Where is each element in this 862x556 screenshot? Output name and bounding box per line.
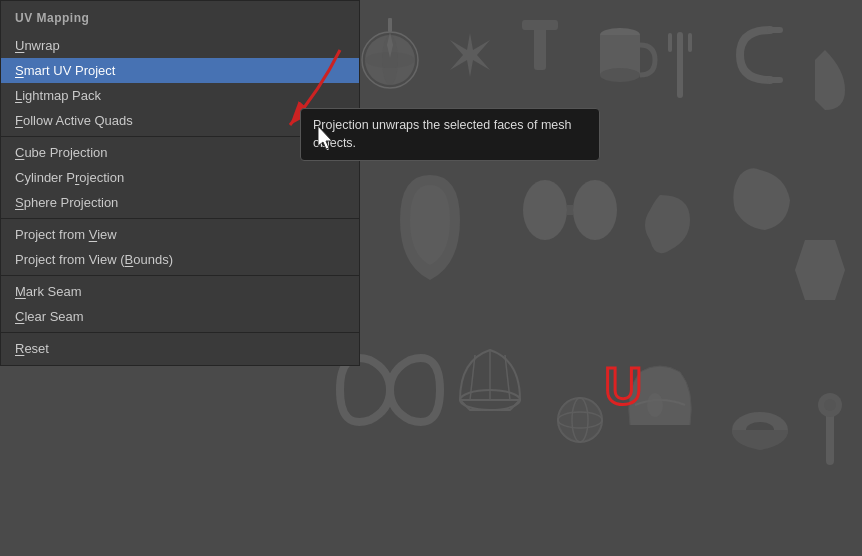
menu-divider-4 [1,332,359,333]
menu-item-project-from-view-bounds[interactable]: Project from View (Bounds) [1,247,359,272]
svg-point-19 [573,180,617,240]
menu-item-mark-seam[interactable]: Mark Seam [1,279,359,304]
menu-item-label: Follow Active Quads [15,113,133,128]
menu-item-label: Unwrap [15,38,60,53]
menu-item-label: Mark Seam [15,284,81,299]
svg-rect-6 [388,18,392,32]
menu-item-label: Project from View [15,227,117,242]
shortcut-hint-u: U [604,356,642,416]
menu-item-smart-uv-project[interactable]: Smart UV Project [1,58,359,83]
menu-divider-2 [1,218,359,219]
menu-item-project-from-view[interactable]: Project from View [1,222,359,247]
menu-item-lightmap-pack[interactable]: Lightmap Pack [1,83,359,108]
tooltip-box: Projection unwraps the selected faces of… [300,108,600,161]
menu-item-cylinder-projection[interactable]: Cylinder Projection [1,165,359,190]
svg-point-18 [523,180,567,240]
menu-item-label: Clear Seam [15,309,84,324]
menu-item-unwrap[interactable]: Unwrap [1,33,359,58]
svg-point-34 [824,399,836,411]
menu-item-reset[interactable]: Reset [1,336,359,361]
menu-item-label: Smart UV Project [15,63,115,78]
tooltip-text: Projection unwraps the selected faces of… [313,118,571,150]
menu-item-label: Cylinder Projection [15,170,124,185]
menu-item-label: Project from View (Bounds) [15,252,173,267]
menu-item-label: Lightmap Pack [15,88,101,103]
svg-point-29 [647,393,663,417]
menu-item-clear-seam[interactable]: Clear Seam [1,304,359,329]
svg-point-12 [600,68,640,82]
uv-mapping-menu: UV Mapping Unwrap Smart UV Project Light… [0,0,360,366]
menu-title: UV Mapping [1,5,359,33]
menu-divider-3 [1,275,359,276]
svg-rect-9 [522,20,558,30]
menu-item-label: Sphere Projection [15,195,118,210]
menu-item-sphere-projection[interactable]: Sphere Projection [1,190,359,215]
svg-point-26 [558,398,602,442]
menu-item-label: Reset [15,341,49,356]
menu-item-label: Cube Projection [15,145,108,160]
